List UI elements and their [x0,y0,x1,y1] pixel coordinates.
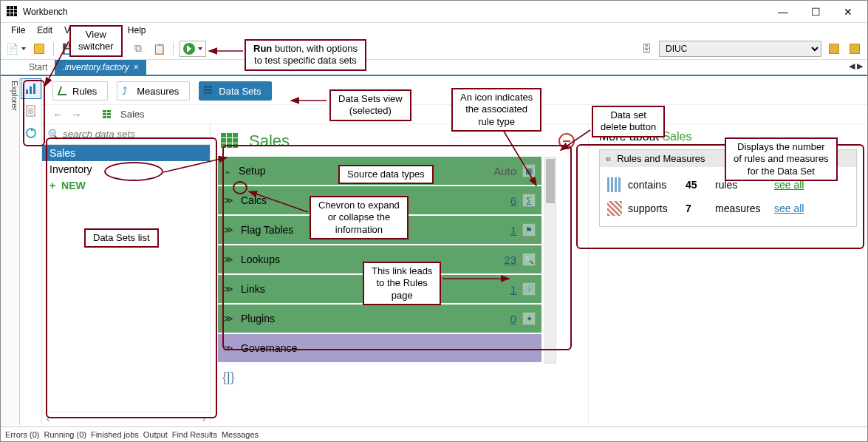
section-count-link[interactable]: 1 [510,283,516,296]
rm-verb: supports [628,203,680,214]
refresh-db-button[interactable] [847,41,863,57]
dataset-grid-icon [221,133,240,149]
lookup-icon: 🔍 [522,253,536,266]
sections-container: ⌄SetupAuto▦≫Calcs6∑≫Flag Tables1⚑≫Lookup… [218,157,541,364]
menu-edit[interactable]: Edit [31,24,58,37]
supports-icon [607,201,622,216]
delete-dataset-button[interactable] [558,133,575,149]
db-icon: 🗄 [638,41,655,57]
document-icon [25,105,37,117]
status-running[interactable]: Running (0) [44,430,86,439]
minimize-button[interactable]: — [767,1,799,23]
breadcrumb[interactable]: Sales [120,109,145,120]
close-tab-icon[interactable]: × [134,62,139,72]
svg-rect-1 [30,86,32,94]
tab-start[interactable]: Start [21,60,55,75]
tab-start-label: Start [29,62,47,72]
rm-count: 45 [686,179,709,191]
callout-delete-button: Data set delete button [592,106,665,137]
run-dropdown-caret[interactable] [198,47,202,50]
search-field[interactable] [63,129,205,140]
chevron-icon[interactable]: ≫ [224,195,233,205]
callout-datasets-view: Data Sets view (selected) [329,89,411,121]
tab-inventory-factory[interactable]: .inventory.factory × [55,60,146,75]
code-placeholder: {|} [218,364,588,391]
list-item[interactable]: Sales [42,145,210,161]
window-titlebar: Workbench — ☐ ✕ [1,1,867,23]
open-folder-button[interactable] [31,41,47,57]
rules-measures-row: supports7measuressee all [607,197,849,220]
sections-scrollbar[interactable] [544,157,556,364]
bar-chart-icon [25,83,37,95]
explorer-panel-label[interactable]: Explorer [1,78,20,425]
toolbar: 📄 💾 💾 ✂ ⧉ 📋 🗄 DIUC [1,38,867,60]
search-datasets-input[interactable]: 🔍 [42,124,210,145]
status-errors[interactable]: Errors (0) [5,430,39,439]
paste-button[interactable]: 📋 [151,41,167,57]
forward-button[interactable]: → [71,108,82,120]
connect-db-button[interactable] [826,41,842,57]
section-row[interactable]: ≫Governance [218,334,541,362]
section-count-link[interactable]: 1 [510,224,516,237]
tab-scroll-arrows[interactable]: ◀ ▶ [849,61,863,71]
new-doc-button[interactable]: 📄 [5,41,27,57]
status-finished[interactable]: Finished jobs [91,430,139,439]
list-hscrollbar[interactable]: ‹› [42,412,210,425]
menu-file[interactable]: File [5,24,31,37]
run-button[interactable] [180,41,206,57]
chevron-icon[interactable]: ≫ [224,284,233,294]
bars-icon [607,177,622,192]
app-icon [7,6,18,18]
list-item[interactable]: + NEW [42,177,210,194]
measures-view-button[interactable]: Measures [117,81,190,101]
section-name: Governance [241,342,536,354]
view-switcher-chart[interactable] [21,78,41,99]
chevron-icon[interactable]: ≫ [224,225,233,235]
callout-number-rules-measures: Displays the number of rules and measure… [725,137,838,181]
section-count-link[interactable]: 6 [510,194,516,207]
svg-rect-2 [33,84,35,94]
datasets-view-button[interactable]: Data Sets [199,81,272,101]
close-window-button[interactable]: ✕ [832,1,864,23]
chevron-icon[interactable]: ⌄ [224,166,231,176]
see-all-link[interactable]: see all [774,203,804,214]
status-output[interactable]: Output [143,430,168,439]
status-messages[interactable]: Messages [222,430,259,439]
rm-count: 7 [686,203,709,214]
window-title: Workbench [23,7,67,17]
callout-rule-type-icon: An icon indicates the associated rule ty… [451,88,541,132]
table-icon: ▦ [522,164,536,177]
flag-icon: ⚑ [522,223,536,237]
link-icon: 🔗 [522,282,536,296]
rules-view-button[interactable]: Rules [52,81,108,101]
search-icon: 🔍 [47,129,58,140]
back-button[interactable]: ← [52,108,64,120]
section-count-link[interactable]: 23 [504,254,516,266]
maximize-button[interactable]: ☐ [799,1,832,23]
chevron-icon[interactable]: ≫ [224,254,233,265]
chevron-icon[interactable]: ≫ [224,313,233,324]
view-switcher-doc[interactable] [21,101,41,121]
chevron-icon[interactable]: ≫ [224,343,233,353]
status-find[interactable]: Find Results [172,430,217,439]
collapse-icon[interactable]: « [606,153,611,164]
callout-datasets-list: Data Sets list [84,228,159,248]
database-select[interactable]: DIUC [659,41,821,57]
menu-help[interactable]: Help [122,24,152,37]
calc-icon: ∑ [522,194,536,207]
refresh-icon [25,127,37,139]
callout-link-rules: This link leads to the Rules page [363,262,441,305]
rules-view-label: Rules [72,86,97,97]
grid-icon [103,110,113,119]
datasets-icon [204,86,216,98]
measures-icon [122,85,134,97]
view-switcher-refresh[interactable] [21,123,41,143]
datasets-view-label: Data Sets [219,86,261,97]
view-switcher [20,78,42,425]
list-item[interactable]: Inventory [42,161,210,177]
copy-button[interactable]: ⧉ [130,41,146,57]
section-row[interactable]: ≫Plugins0✦ [218,305,541,333]
dataset-title: Sales [249,132,290,151]
plugin-icon: ✦ [522,312,536,325]
section-count-link[interactable]: 0 [510,313,516,325]
